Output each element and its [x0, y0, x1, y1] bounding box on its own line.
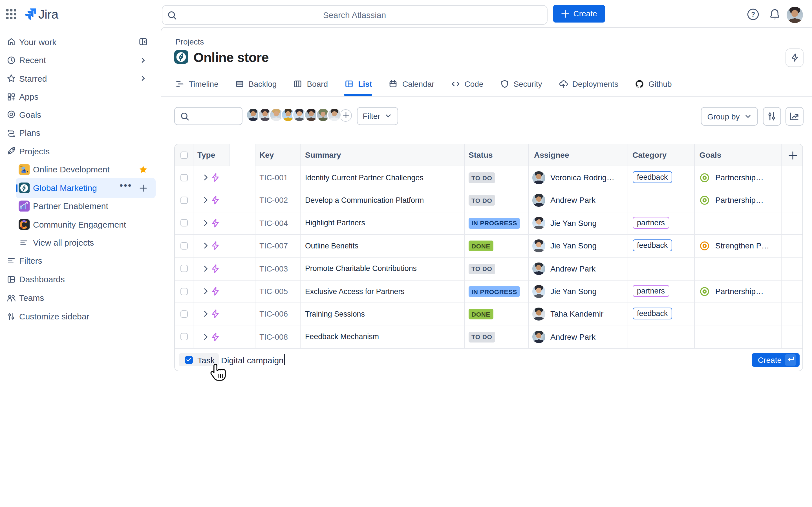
svg-text:?: ? [751, 10, 755, 18]
